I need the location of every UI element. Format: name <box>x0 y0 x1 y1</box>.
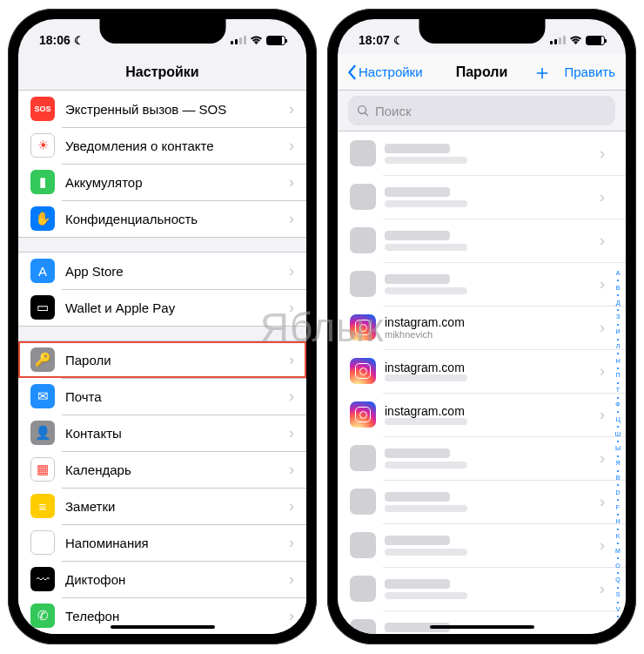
index-letter[interactable]: • <box>612 526 624 533</box>
index-letter[interactable]: • <box>612 350 624 357</box>
index-letter[interactable]: Я <box>612 460 624 467</box>
settings-row-battery[interactable]: ▮Аккумулятор› <box>18 164 306 200</box>
password-row[interactable]: › <box>338 219 626 262</box>
privacy-icon: ✋ <box>30 206 55 231</box>
search-input[interactable]: Поиск <box>348 96 615 125</box>
index-letter[interactable]: M <box>612 548 624 555</box>
home-indicator[interactable] <box>430 625 534 629</box>
index-letter[interactable]: • <box>612 438 624 445</box>
battery-icon: ▮ <box>30 170 55 194</box>
index-letter[interactable]: • <box>612 511 624 518</box>
index-letter[interactable]: Н <box>612 358 624 365</box>
password-row[interactable]: › <box>338 567 626 610</box>
password-row[interactable]: › <box>338 523 626 567</box>
index-bar[interactable]: А•В•Д•З•И•Л•Н•П•Т•Ф•Ц•Ш•Ы•Я•B•D•F•H•K•M•… <box>612 270 624 617</box>
instagram-icon <box>350 314 376 340</box>
settings-row-passwords[interactable]: 🔑Пароли› <box>18 341 306 378</box>
settings-row-reminders[interactable]: ⋮Напоминания› <box>18 524 306 561</box>
index-letter[interactable]: И <box>612 328 624 335</box>
dnd-icon: ☾ <box>74 34 84 47</box>
index-letter[interactable]: K <box>612 533 624 540</box>
settings-row-mail[interactable]: ✉Почта› <box>18 378 306 415</box>
index-letter[interactable]: • <box>612 423 624 430</box>
chevron-right-icon: › <box>289 210 294 228</box>
phone-right: 18:07 ☾ Настройки Пароли ＋ Править <box>327 9 636 644</box>
settings-row-notes[interactable]: ≡Заметки› <box>18 488 306 524</box>
index-letter[interactable]: H <box>612 518 624 525</box>
index-letter[interactable]: З <box>612 314 624 320</box>
password-row[interactable]: instagram.com› <box>338 349 626 393</box>
index-letter[interactable]: • <box>612 380 624 387</box>
settings-row-app-store[interactable]: AApp Store› <box>18 253 306 289</box>
index-letter[interactable]: F <box>612 504 624 511</box>
nav-title: Настройки <box>125 64 198 80</box>
wifi-icon <box>250 34 263 47</box>
index-letter[interactable]: S <box>612 591 624 598</box>
edit-button[interactable]: Править <box>565 64 616 80</box>
chevron-right-icon: › <box>289 607 294 625</box>
settings-row-voice-memos[interactable]: 〰Диктофон› <box>18 561 306 597</box>
battery-icon <box>266 36 285 45</box>
index-letter[interactable]: • <box>612 453 624 460</box>
index-letter[interactable]: • <box>612 408 624 415</box>
index-letter[interactable]: Ш <box>612 431 624 438</box>
password-row[interactable]: › <box>338 480 626 523</box>
index-letter[interactable]: • <box>612 292 624 299</box>
site-icon <box>350 227 376 253</box>
index-letter[interactable]: • <box>612 584 624 591</box>
back-button[interactable]: Настройки <box>346 64 423 80</box>
index-letter[interactable]: А <box>612 270 624 277</box>
password-user <box>385 462 467 469</box>
index-letter[interactable]: П <box>612 372 624 379</box>
index-letter[interactable]: Ф <box>612 401 624 408</box>
home-indicator[interactable] <box>111 625 215 629</box>
password-row[interactable]: instagram.commikhnevich› <box>338 306 626 349</box>
phone-left: 18:06 ☾ Настройки SOSЭкстренный вызов — … <box>8 9 317 644</box>
settings-row-exposure-notifications[interactable]: ☀Уведомления о контакте› <box>18 127 306 164</box>
index-letter[interactable]: • <box>612 540 624 547</box>
settings-list[interactable]: SOSЭкстренный вызов — SOS›☀Уведомления о… <box>18 91 306 634</box>
password-row[interactable]: › <box>338 175 626 219</box>
index-letter[interactable]: • <box>612 336 624 343</box>
settings-row-calendar[interactable]: ▦Календарь› <box>18 451 306 488</box>
password-row[interactable]: › <box>338 131 626 175</box>
index-letter[interactable]: • <box>612 394 624 401</box>
index-letter[interactable]: В <box>612 285 624 292</box>
password-row[interactable]: › <box>338 610 626 634</box>
index-letter[interactable]: • <box>612 321 624 328</box>
add-button[interactable]: ＋ <box>532 64 553 80</box>
index-letter[interactable]: Д <box>612 300 624 307</box>
index-letter[interactable]: • <box>612 599 624 606</box>
index-letter[interactable]: Ц <box>612 416 624 423</box>
settings-row-privacy[interactable]: ✋Конфиденциальность› <box>18 200 306 237</box>
index-letter[interactable]: • <box>612 307 624 314</box>
password-row[interactable]: › <box>338 262 626 306</box>
index-letter[interactable]: D <box>612 489 624 496</box>
password-row[interactable]: › <box>338 436 626 480</box>
settings-row-wallet[interactable]: ▭Wallet и Apple Pay› <box>18 289 306 326</box>
index-letter[interactable]: Q <box>612 576 624 583</box>
index-letter[interactable]: V <box>612 606 624 613</box>
password-row[interactable]: instagram.com› <box>338 393 626 436</box>
index-letter[interactable]: Л <box>612 343 624 350</box>
index-letter[interactable]: O <box>612 563 624 570</box>
index-letter[interactable]: B <box>612 475 624 482</box>
index-letter[interactable]: Т <box>612 387 624 394</box>
index-letter[interactable]: • <box>612 628 624 634</box>
index-letter[interactable]: • <box>612 365 624 372</box>
index-letter[interactable]: • <box>612 277 624 284</box>
index-letter[interactable]: • <box>612 570 624 576</box>
index-letter[interactable]: • <box>612 613 624 620</box>
index-letter[interactable]: • <box>612 555 624 562</box>
index-letter[interactable]: • <box>612 468 624 475</box>
password-domain <box>385 492 450 502</box>
settings-row-contacts[interactable]: 👤Контакты› <box>18 415 306 451</box>
index-letter[interactable]: Ы <box>612 445 624 452</box>
notch <box>99 19 225 44</box>
instagram-icon <box>350 401 376 428</box>
index-letter[interactable]: X <box>612 621 624 628</box>
settings-row-emergency-sos[interactable]: SOSЭкстренный вызов — SOS› <box>18 91 306 127</box>
index-letter[interactable]: • <box>612 482 624 489</box>
passwords-content[interactable]: ››››instagram.commikhnevich›instagram.co… <box>338 131 626 634</box>
index-letter[interactable]: • <box>612 496 624 503</box>
